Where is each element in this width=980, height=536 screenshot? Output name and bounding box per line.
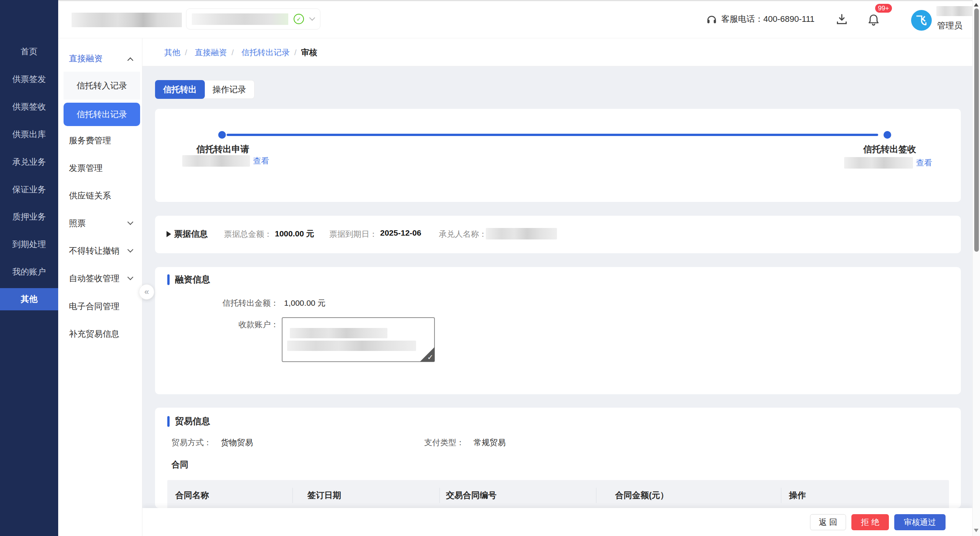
- breadcrumb-item-其他[interactable]: 其他: [164, 47, 180, 58]
- menu-item-label: 自动签收管理: [69, 269, 119, 288]
- sidebar-item-质押业务[interactable]: 质押业务: [0, 207, 58, 226]
- table-header-签订日期: 签订日期: [307, 480, 341, 508]
- workspace-name-redacted: [192, 13, 288, 25]
- scrollbar[interactable]: [972, 0, 980, 536]
- sidebar-item-我的账户[interactable]: 我的账户: [0, 262, 58, 282]
- account-line2-redacted: [287, 341, 416, 351]
- breadcrumb-item-直接融资[interactable]: 直接融资: [195, 47, 227, 58]
- trade-title: 贸易信息: [175, 415, 210, 427]
- expand-caret-icon[interactable]: [167, 231, 171, 237]
- secondary-sidebar: 直接融资信托转入记录信托转出记录服务费管理发票管理供应链关系照票不得转让撤销自动…: [58, 38, 142, 536]
- view-link-end[interactable]: 查看: [916, 157, 932, 168]
- scroll-down-arrow-icon[interactable]: [974, 529, 978, 532]
- service-phone: 客服电话：400-6890-111: [706, 0, 815, 38]
- timeline-start-title: 信托转出申请: [196, 143, 249, 155]
- timeline-end-sub: 查看: [844, 157, 932, 169]
- sidebar-collapse-button[interactable]: «: [139, 284, 154, 300]
- table-header-separator: [596, 488, 596, 503]
- timeline-end-title: 信托转出签收: [863, 143, 916, 155]
- notifications-button[interactable]: [867, 13, 880, 27]
- pay-type-label: 支付类型：: [424, 437, 464, 448]
- sidebar-item-其他[interactable]: 其他: [0, 288, 58, 310]
- breadcrumb-separator: /: [294, 48, 297, 57]
- chevron-down-icon: [127, 274, 134, 280]
- trade-card: 贸易信息 贸易方式： 货物贸易 支付类型： 常规贸易 合同 合同名称签订日期交易…: [155, 408, 961, 508]
- sidebar-item-保证业务[interactable]: 保证业务: [0, 180, 58, 199]
- sidebar-item-供票签发[interactable]: 供票签发: [0, 70, 58, 89]
- main-content: 其他/直接融资/信托转出记录/审核 信托转出操作记录 信托转出申请 查看 信托转…: [142, 38, 972, 536]
- download-button[interactable]: [835, 13, 848, 26]
- sidebar-item-信托转入记录[interactable]: 信托转入记录: [64, 72, 140, 100]
- primary-sidebar: 首页供票签发供票签收供票出库承兑业务保证业务质押业务到期处理我的账户其他: [0, 0, 58, 536]
- reject-button[interactable]: 拒 绝: [851, 514, 889, 530]
- logo-redacted: [72, 13, 182, 27]
- view-link-start[interactable]: 查看: [253, 156, 269, 166]
- sidebar-item-供应链关系[interactable]: 供应链关系: [58, 186, 142, 205]
- sidebar-item-服务费管理[interactable]: 服务费管理: [58, 131, 142, 150]
- sidebar-item-信托转出记录[interactable]: 信托转出记录: [64, 103, 140, 126]
- chevron-down-icon: [309, 15, 315, 21]
- sidebar-item-承兑业务[interactable]: 承兑业务: [0, 152, 58, 172]
- service-phone-number: 400-6890-111: [763, 14, 815, 24]
- breadcrumb-bar: 其他/直接融资/信托转出记录/审核: [142, 38, 972, 66]
- sidebar-item-供票签收[interactable]: 供票签收: [0, 97, 58, 116]
- breadcrumb: 其他/直接融资/信托转出记录/审核: [161, 38, 317, 66]
- sidebar-item-补充贸易信息[interactable]: 补充贸易信息: [58, 325, 142, 344]
- tab-信托转出[interactable]: 信托转出: [155, 80, 205, 99]
- timeline-start-redacted: [182, 155, 250, 167]
- pay-type-value: 常规贸易: [474, 437, 506, 448]
- workspace-dropdown[interactable]: ✓: [186, 8, 320, 30]
- menu-item-label: 服务费管理: [69, 131, 111, 150]
- trade-mode-label: 贸易方式：: [172, 437, 212, 448]
- timeline-card: 信托转出申请 查看 信托转出签收 查看: [155, 109, 961, 202]
- sidebar-item-到期处理[interactable]: 到期处理: [0, 235, 58, 254]
- sidebar-item-发票管理[interactable]: 发票管理: [58, 159, 142, 178]
- top-border: [58, 0, 972, 1]
- scrollbar-thumb[interactable]: [974, 8, 979, 252]
- bill-info-title[interactable]: 票据信息: [174, 228, 208, 240]
- download-icon: [835, 13, 848, 26]
- avatar[interactable]: 飞: [911, 10, 932, 31]
- menu-group-label: 直接融资: [69, 49, 103, 68]
- financing-amount-label: 信托转出金额：: [155, 298, 279, 308]
- menu-item-label: 供应链关系: [69, 186, 111, 205]
- back-button[interactable]: 返 回: [810, 514, 846, 530]
- menu-item-label: 电子合同管理: [69, 297, 119, 316]
- receiving-account-card[interactable]: ✓: [282, 317, 435, 362]
- table-header-separator: [439, 488, 440, 503]
- sidebar-item-电子合同管理[interactable]: 电子合同管理: [58, 297, 142, 316]
- bill-info-bar: 票据信息 票据总金额： 1000.00 元 票据到期日： 2025-12-06 …: [155, 216, 961, 253]
- scroll-up-arrow-icon[interactable]: [974, 3, 978, 7]
- service-phone-label: 客服电话：: [721, 14, 763, 24]
- page: 首页供票签发供票签收供票出库承兑业务保证业务质押业务到期处理我的账户其他 ✓ 客…: [0, 0, 980, 536]
- table-header-交易合同编号: 交易合同编号: [446, 480, 497, 508]
- bill-amount-label: 票据总金额：: [224, 229, 272, 239]
- approve-button[interactable]: 审核通过: [894, 514, 946, 530]
- breadcrumb-separator: /: [232, 48, 234, 57]
- selected-check-icon: ✓: [427, 353, 433, 362]
- timeline-end-dot: [884, 131, 891, 139]
- table-header-操作: 操作: [789, 480, 806, 508]
- menu-item-label: 信托转出记录: [77, 110, 127, 119]
- financing-amount-value: 1,000.00 元: [284, 298, 326, 308]
- contract-subtitle: 合同: [172, 459, 188, 470]
- chevron-up-icon: [127, 57, 134, 64]
- menu-item-label: 补充贸易信息: [69, 325, 119, 344]
- menu-group-直接融资[interactable]: 直接融资: [58, 49, 142, 68]
- menu-item-label: 发票管理: [69, 159, 103, 178]
- topbar: ✓ 客服电话：400-6890-111 99+ 飞: [58, 0, 972, 38]
- bill-amount-value: 1000.00 元: [275, 228, 314, 239]
- bill-acceptor-label: 承兑人名称：: [439, 229, 487, 239]
- breadcrumb-item-信托转出记录[interactable]: 信托转出记录: [242, 47, 290, 58]
- sidebar-item-照票[interactable]: 照票: [58, 214, 142, 233]
- tab-操作记录[interactable]: 操作记录: [204, 80, 254, 99]
- sidebar-item-自动签收管理[interactable]: 自动签收管理: [58, 269, 142, 288]
- timeline-start-dot: [218, 131, 226, 139]
- chevron-down-icon: [127, 219, 134, 225]
- breadcrumb-item-审核: 审核: [301, 47, 317, 58]
- notification-badge: 99+: [874, 3, 893, 13]
- sidebar-item-不得转让撤销[interactable]: 不得转让撤销: [58, 241, 142, 261]
- sidebar-item-首页[interactable]: 首页: [0, 42, 58, 61]
- table-header-合同金额(元）: 合同金额(元）: [615, 480, 668, 508]
- sidebar-item-供票出库[interactable]: 供票出库: [0, 125, 58, 144]
